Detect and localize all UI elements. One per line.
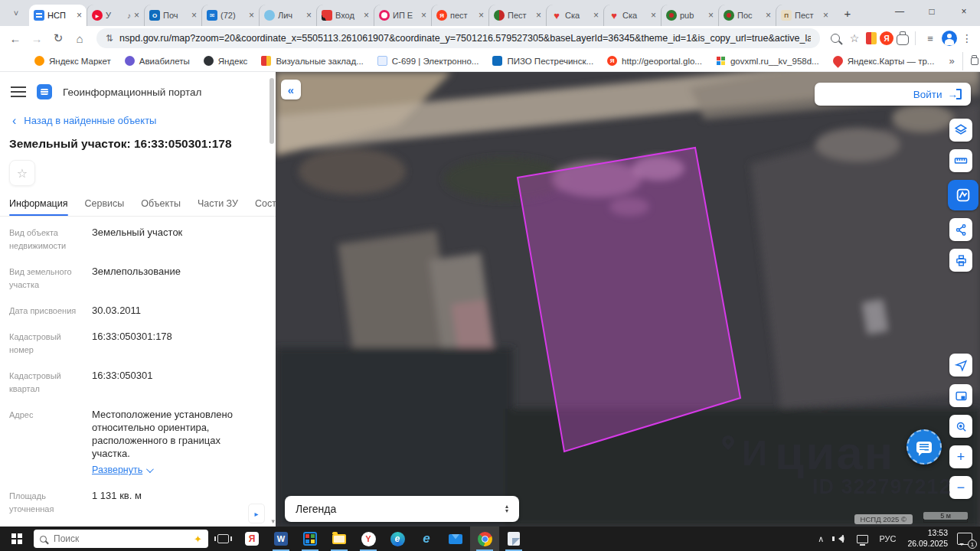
close-button[interactable]: ×: [948, 0, 980, 23]
browser-tab[interactable]: Поч ♪: [144, 5, 201, 26]
scroll-down-icon[interactable]: ▾: [271, 517, 275, 525]
zoom-out-button[interactable]: −: [949, 476, 972, 499]
panel-tab[interactable]: Сервисы: [85, 198, 125, 216]
tab-close-icon[interactable]: [708, 10, 714, 21]
taskbar-search[interactable]: ✦: [34, 530, 208, 548]
volume-icon[interactable]: [829, 527, 851, 551]
bookmark-star-icon[interactable]: ☆: [846, 32, 863, 44]
panel-tab[interactable]: Части ЗУ: [198, 198, 238, 216]
search-highlights-icon[interactable]: ✦: [194, 533, 202, 545]
yandex-app-button[interactable]: Я: [237, 527, 266, 551]
menu-hamburger-icon[interactable]: [11, 86, 26, 97]
language-indicator[interactable]: РУС: [874, 527, 901, 551]
home-icon[interactable]: ⌂: [70, 32, 89, 45]
browser-tab[interactable]: (72) ♪: [201, 5, 259, 26]
tab-close-icon[interactable]: [766, 10, 771, 21]
ruler-button[interactable]: [949, 149, 972, 172]
tab-audio-icon[interactable]: ♪: [127, 11, 131, 20]
bookmark-item[interactable]: Яндекс.Карты — тр...: [826, 56, 942, 66]
reload-icon[interactable]: ↻: [49, 31, 67, 45]
site-settings-icon[interactable]: ⇅: [106, 33, 113, 44]
browser-tab[interactable]: Пос ♪: [718, 5, 776, 26]
browser-tab[interactable]: У ♪: [87, 5, 144, 26]
back-icon[interactable]: ←: [6, 32, 24, 45]
panel-tab[interactable]: Объекты: [141, 198, 181, 216]
start-button[interactable]: [0, 527, 34, 551]
zoom-in-button[interactable]: +: [949, 445, 972, 468]
browser-menu-icon[interactable]: ⋮: [960, 32, 974, 44]
map-viewport[interactable]: « Войти →: [276, 72, 980, 527]
store-app-button[interactable]: [296, 527, 325, 551]
bookmark-item[interactable]: Яндекс Маркет: [28, 56, 118, 66]
taskbar-search-input[interactable]: [52, 533, 188, 545]
tab-close-icon[interactable]: [191, 10, 197, 21]
share-button[interactable]: [949, 218, 972, 241]
file-explorer-button[interactable]: [325, 527, 354, 551]
browser-tab[interactable]: пест ♪: [431, 5, 488, 26]
panel-scrollbar[interactable]: [270, 78, 274, 514]
bookmark-item[interactable]: govxml.ru__kv_958d...: [709, 56, 826, 66]
tab-close-icon[interactable]: [134, 10, 139, 21]
browser-tab[interactable]: Лич ♪: [259, 5, 316, 26]
bookmarks-overflow-icon[interactable]: »: [941, 55, 962, 67]
tab-close-icon[interactable]: [593, 10, 599, 21]
panel-collapse-button[interactable]: «: [281, 80, 301, 99]
panel-tab[interactable]: Информация: [9, 198, 68, 216]
layers-button[interactable]: [949, 119, 972, 142]
bookmark-item[interactable]: Визуальные заклад...: [254, 56, 370, 66]
word-button[interactable]: W: [266, 527, 296, 551]
scrollbar-thumb[interactable]: [270, 78, 274, 144]
chrome-button[interactable]: [470, 527, 499, 551]
browser-tab[interactable]: pub ♪: [661, 5, 718, 26]
tab-search-icon[interactable]: ˅: [6, 3, 26, 23]
browser-tab[interactable]: ИП Е ♪: [374, 5, 431, 26]
mail-button[interactable]: [441, 527, 470, 551]
extensions-icon[interactable]: [897, 34, 909, 45]
forward-icon[interactable]: →: [28, 32, 46, 45]
all-bookmarks-button[interactable]: Все закладки: [962, 52, 980, 70]
browser-tab[interactable]: Вход ♪: [316, 5, 374, 26]
login-button[interactable]: Войти →: [815, 83, 971, 106]
legend-dropdown[interactable]: Легенда ▴▾: [285, 496, 519, 522]
tab-close-icon[interactable]: [651, 10, 656, 21]
print-button[interactable]: [949, 249, 972, 272]
reading-list-icon[interactable]: ≡: [922, 30, 939, 47]
browser-tab[interactable]: Пест ♪: [776, 5, 833, 26]
network-icon[interactable]: [851, 527, 874, 551]
tab-close-icon[interactable]: [536, 10, 541, 21]
my-location-button[interactable]: [949, 354, 972, 377]
profile-avatar-icon[interactable]: [942, 31, 957, 46]
bookmark-item[interactable]: Яндекс: [197, 56, 255, 66]
new-tab-button[interactable]: +: [838, 3, 858, 23]
browser-tab[interactable]: Ска ♪: [546, 5, 603, 26]
browser-tab[interactable]: Ска ♪: [603, 5, 661, 26]
bookmark-item[interactable]: С-699 | Электронно...: [371, 56, 486, 66]
restore-button[interactable]: □: [916, 0, 948, 23]
yandex-browser-button[interactable]: Y: [354, 527, 383, 551]
edge-button[interactable]: e: [383, 527, 412, 551]
extension-bookmarks-icon[interactable]: [866, 32, 877, 44]
back-to-results-link[interactable]: ‹ Назад в найденные объекты: [0, 104, 276, 128]
extension-yandex-icon[interactable]: Я: [880, 31, 893, 45]
tab-close-icon[interactable]: [823, 10, 828, 21]
bookmark-item[interactable]: http://geoportal.glo...: [600, 56, 709, 66]
minimap-button[interactable]: [949, 384, 972, 407]
tab-close-icon[interactable]: [306, 10, 312, 21]
clock[interactable]: 13:53 26.09.2025: [901, 528, 954, 549]
tray-chevron-icon[interactable]: ∧: [812, 527, 829, 551]
panel-tabs-scroll-button[interactable]: ▸: [248, 504, 265, 523]
notes-app-button[interactable]: [499, 527, 528, 551]
notifications-icon[interactable]: 1: [957, 533, 972, 545]
browser-tab[interactable]: Пест ♪: [488, 5, 546, 26]
object-card-button[interactable]: [948, 180, 978, 210]
expand-link[interactable]: Развернуть: [92, 464, 152, 476]
tab-close-icon[interactable]: [77, 10, 82, 21]
bookmark-item[interactable]: ПИЗО Пестречинск...: [485, 56, 600, 66]
minimize-button[interactable]: —: [884, 0, 916, 23]
search-icon[interactable]: [831, 34, 840, 43]
search-area-button[interactable]: [949, 415, 972, 438]
internet-explorer-button[interactable]: e: [412, 527, 441, 551]
tab-close-icon[interactable]: [364, 10, 369, 21]
favorite-button[interactable]: ☆: [9, 160, 35, 186]
task-view-button[interactable]: [208, 527, 237, 551]
